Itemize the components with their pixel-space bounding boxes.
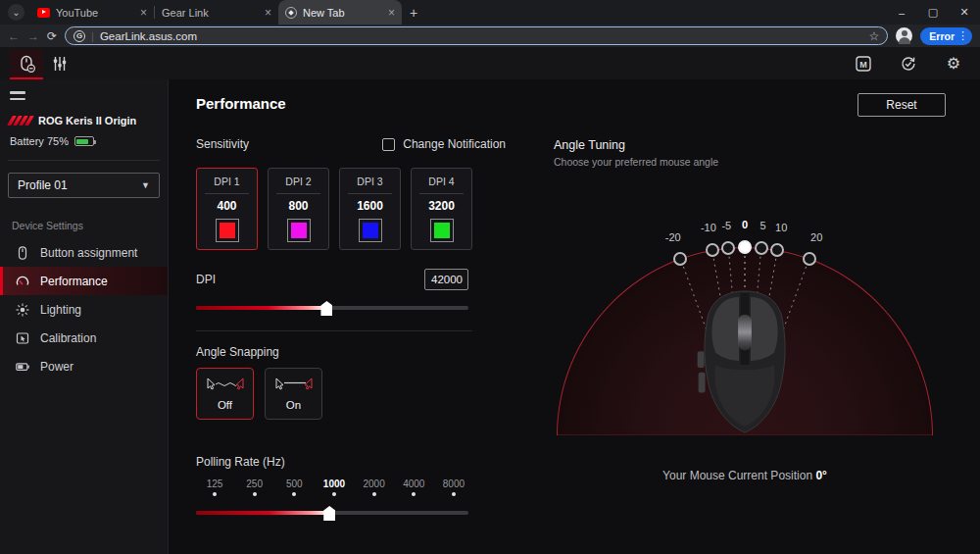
url-field[interactable]: G | GearLink.asus.com ☆ bbox=[65, 26, 888, 45]
sync-check-icon bbox=[899, 54, 918, 74]
angle-snapping-options: Off On bbox=[196, 368, 510, 420]
slider-thumb[interactable] bbox=[320, 301, 332, 316]
tick-label[interactable]: 250 bbox=[238, 478, 271, 489]
reload-icon[interactable]: ⟳ bbox=[47, 29, 57, 43]
new-tab-button[interactable]: + bbox=[410, 5, 417, 21]
dpi-card-value: 800 bbox=[269, 199, 328, 213]
color-swatch[interactable] bbox=[287, 219, 311, 242]
tick-label[interactable]: 8000 bbox=[437, 478, 470, 489]
close-tab-icon[interactable]: × bbox=[140, 7, 147, 19]
slider-fill bbox=[196, 306, 326, 310]
url-text[interactable]: GearLink.asus.com bbox=[100, 30, 863, 42]
macro-button[interactable]: M bbox=[847, 49, 880, 77]
tick-label-selected[interactable]: 1000 bbox=[318, 478, 351, 489]
settings-column: Sensitivity Change Notification DPI 1 40… bbox=[196, 137, 510, 535]
tab-newtab-active[interactable]: New Tab × bbox=[278, 0, 402, 25]
slider-thumb[interactable] bbox=[323, 506, 335, 521]
sidebar-item-lighting[interactable]: Lighting bbox=[0, 295, 168, 324]
close-tab-icon[interactable]: × bbox=[388, 7, 395, 19]
dpi-slider[interactable] bbox=[196, 300, 468, 316]
dpi-card-2[interactable]: DPI 2 800 bbox=[268, 168, 329, 250]
browser-window: ⌄ YouTube × Gear Link × New Tab × + – ▢ … bbox=[0, 0, 980, 554]
divider bbox=[8, 160, 160, 161]
polling-slider[interactable] bbox=[196, 505, 468, 521]
forward-icon[interactable]: → bbox=[27, 29, 39, 43]
close-tab-icon[interactable]: × bbox=[265, 7, 271, 19]
back-icon[interactable]: ← bbox=[8, 29, 20, 43]
angle-tick-5[interactable] bbox=[755, 241, 768, 255]
sidebar-item-label: Calibration bbox=[40, 331, 96, 345]
settings-button[interactable]: ⚙ bbox=[937, 49, 970, 77]
tuning-tab-icon[interactable] bbox=[43, 49, 76, 77]
change-notification-label: Change Notification bbox=[403, 137, 506, 151]
sidebar-item-calibration[interactable]: Calibration bbox=[0, 324, 168, 352]
tick-label[interactable]: 2000 bbox=[358, 478, 391, 489]
kebab-menu-icon[interactable]: ⋮ bbox=[957, 29, 968, 42]
hamburger-icon[interactable] bbox=[10, 91, 25, 100]
tab-gearlink[interactable]: Gear Link × bbox=[155, 0, 278, 25]
newtab-favicon bbox=[285, 7, 297, 19]
angle-snapping-off[interactable]: Off bbox=[196, 368, 254, 420]
dpi-card-3[interactable]: DPI 3 1600 bbox=[339, 168, 401, 250]
tab-youtube[interactable]: YouTube × bbox=[30, 0, 154, 25]
url-divider: | bbox=[91, 30, 94, 42]
device-row: ROG Keris II Origin bbox=[10, 115, 168, 126]
sidebar-item-performance[interactable]: Performance bbox=[0, 267, 168, 295]
app-body: ROG Keris II Origin Battery 75% Profile … bbox=[0, 79, 980, 554]
error-label: Error bbox=[929, 30, 955, 42]
dpi-card-4[interactable]: DPI 4 3200 bbox=[411, 168, 472, 250]
angle-tick-0[interactable] bbox=[738, 240, 752, 254]
address-bar: ← → ⟳ G | GearLink.asus.com ☆ Error ⋮ bbox=[0, 25, 980, 47]
angle-tuning-panel: Angle Tuning Choose your preferred mouse… bbox=[554, 138, 936, 482]
angle-tick--20[interactable] bbox=[673, 252, 687, 266]
sliders-icon bbox=[50, 54, 70, 74]
color-swatch[interactable] bbox=[430, 219, 454, 242]
change-notification-group: Change Notification bbox=[382, 137, 506, 151]
tick-label[interactable]: 125 bbox=[198, 478, 231, 489]
close-window-icon[interactable]: ✕ bbox=[949, 0, 980, 25]
battery-label: Battery 75% bbox=[10, 135, 69, 147]
device-name: ROG Keris II Origin bbox=[38, 115, 136, 126]
dpi-card-value: 3200 bbox=[412, 199, 471, 213]
sidebar-item-power[interactable]: Power bbox=[0, 352, 168, 380]
color-swatch[interactable] bbox=[216, 219, 239, 242]
dpi-card-label: DPI 4 bbox=[412, 176, 471, 187]
window-controls: – ▢ ✕ bbox=[886, 0, 980, 25]
angle-snapping-on[interactable]: On bbox=[265, 368, 322, 420]
bookmark-star-icon[interactable]: ☆ bbox=[869, 29, 880, 43]
change-notification-checkbox[interactable] bbox=[382, 138, 395, 151]
sun-icon bbox=[15, 302, 30, 318]
battery-icon bbox=[15, 359, 30, 375]
dpi-value-field[interactable]: 42000 bbox=[424, 269, 468, 290]
sidebar-item-button-assignment[interactable]: Button assignment bbox=[0, 238, 168, 267]
device-settings-nav: Button assignment Performance bbox=[0, 238, 168, 380]
reset-button[interactable]: Reset bbox=[858, 93, 946, 117]
angle-tuning-title: Angle Tuning bbox=[554, 138, 936, 152]
profile-select[interactable]: Profile 01 ▼ bbox=[8, 173, 160, 198]
sensitivity-label: Sensitivity bbox=[196, 137, 249, 151]
chevron-down-icon: ▼ bbox=[141, 180, 150, 190]
minimize-icon[interactable]: – bbox=[886, 0, 917, 25]
update-button[interactable] bbox=[892, 49, 925, 77]
color-swatch[interactable] bbox=[359, 219, 382, 242]
rog-logo-icon bbox=[10, 116, 31, 126]
tick-label[interactable]: 4000 bbox=[397, 478, 430, 489]
calibration-icon bbox=[15, 330, 30, 346]
angle-tick--5[interactable] bbox=[721, 241, 735, 255]
main-content: Performance Reset Sensitivity Change Not… bbox=[169, 79, 980, 554]
dpi-card-1[interactable]: DPI 1 400 bbox=[196, 168, 258, 250]
device-tab-icon[interactable] bbox=[10, 49, 43, 77]
sidebar: ROG Keris II Origin Battery 75% Profile … bbox=[0, 79, 169, 554]
profile-error-badge[interactable]: Error ⋮ bbox=[920, 27, 972, 45]
tick-label[interactable]: 500 bbox=[277, 478, 311, 489]
section-label: Device Settings bbox=[12, 220, 168, 231]
dpi-card-value: 400 bbox=[197, 199, 257, 213]
angle-tuning-subtitle: Choose your preferred mouse angle bbox=[554, 156, 936, 168]
angle-tick--10[interactable] bbox=[706, 243, 719, 257]
profile-avatar[interactable] bbox=[896, 27, 912, 44]
angle-tick-20[interactable] bbox=[803, 252, 816, 266]
polling-tick-dots bbox=[196, 492, 472, 496]
macro-icon: M bbox=[854, 54, 873, 74]
maximize-icon[interactable]: ▢ bbox=[917, 0, 949, 25]
tab-search-button[interactable]: ⌄ bbox=[8, 4, 24, 21]
